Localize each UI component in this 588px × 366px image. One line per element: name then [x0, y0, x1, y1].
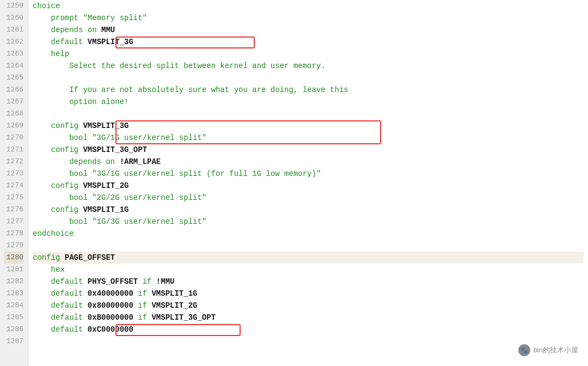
code-segment: VMSPLIT_2G [83, 181, 128, 190]
code-segment: config [33, 253, 65, 262]
line-number: 1269 [4, 120, 23, 132]
code-line: bool "1G/3G user/kernel split" [33, 216, 584, 228]
code-line: config VMSPLIT_2G [33, 180, 584, 192]
code-segment: If you are not absolutely sure what you … [33, 86, 348, 94]
code-line: hex [33, 264, 584, 276]
code-line: choice [33, 0, 584, 12]
line-number: 1273 [4, 168, 23, 180]
line-number: 1283 [4, 288, 23, 300]
code-segment: "1G/3G user/kernel split" [92, 217, 206, 226]
code-line: default 0xC0000000 [33, 324, 584, 335]
watermark: 🐾 bin的技术小屋 [518, 344, 578, 356]
line-number: 1267 [4, 96, 23, 108]
line-number: 1268 [4, 108, 23, 120]
line-number: 1274 [4, 180, 23, 192]
line-number: 1282 [4, 276, 23, 288]
code-segment: Select the desired split between kernel … [33, 62, 326, 70]
code-segment: bool [33, 193, 92, 202]
code-container: 1259126012611262126312641265126612671268… [0, 0, 588, 366]
code-segment: PAGE_OFFSET [65, 253, 115, 262]
code-area[interactable]: choice prompt "Memory split" depends on … [28, 0, 588, 366]
code-segment: hex [33, 265, 65, 274]
code-segment: VMSPLIT_3G [88, 38, 133, 46]
code-segment: endchoice [33, 229, 74, 238]
code-segment: VMSPLIT_2G [151, 301, 197, 310]
line-number: 1270 [4, 132, 23, 144]
code-line [33, 72, 584, 84]
line-number: 1264 [4, 60, 23, 72]
code-line: If you are not absolutely sure what you … [33, 84, 584, 96]
code-line: prompt "Memory split" [33, 12, 584, 24]
line-number: 1287 [4, 335, 23, 347]
code-line: default PHYS_OFFSET if !MMU [33, 276, 584, 288]
line-number: 1281 [4, 264, 23, 276]
code-line: option alone! [33, 96, 584, 108]
code-segment: default [33, 277, 88, 286]
code-segment: default [33, 313, 88, 322]
code-segment: depends on [33, 157, 120, 166]
code-line [33, 108, 584, 120]
code-segment: "2G/2G user/kernel split" [92, 193, 206, 202]
code-segment: default [33, 301, 88, 310]
line-number: 1276 [4, 204, 23, 216]
code-line [33, 335, 584, 347]
code-segment: 0xB0000000 [88, 313, 133, 322]
line-number: 1263 [4, 48, 23, 60]
code-segment: !MMU [156, 277, 175, 286]
code-segment: choice [33, 2, 60, 10]
code-segment: depends on [33, 26, 101, 34]
line-number: 1285 [4, 312, 23, 324]
code-segment: 0xC0000000 [88, 325, 133, 334]
code-segment: VMSPLIT_1G [83, 205, 128, 214]
line-number: 1271 [4, 144, 23, 156]
code-segment: if [133, 289, 152, 298]
code-segment: bool [33, 133, 92, 142]
line-number: 1278 [4, 228, 23, 240]
code-line: config PAGE_OFFSET [33, 252, 584, 264]
code-segment: default [33, 38, 88, 46]
code-segment: VMSPLIT_1G [151, 289, 197, 298]
code-segment: "3G/1G user/kernel split (for full 1G lo… [92, 169, 321, 178]
line-numbers: 1259126012611262126312641265126612671268… [0, 0, 28, 366]
line-number: 1272 [4, 156, 23, 168]
code-segment: bool [33, 217, 92, 226]
code-segment: config [33, 181, 83, 190]
line-number: 1284 [4, 300, 23, 312]
line-number: 1265 [4, 72, 23, 84]
line-number: 1266 [4, 84, 23, 96]
code-segment: 0x40000000 [88, 289, 133, 298]
line-number: 1261 [4, 24, 23, 36]
line-number: 1279 [4, 240, 23, 252]
code-segment: "Memory split" [83, 14, 147, 22]
line-number: 1260 [4, 12, 23, 24]
line-number: 1280 [4, 252, 23, 264]
code-segment: VMSPLIT_3G_OPT [151, 313, 216, 322]
code-line: config VMSPLIT_3G [33, 120, 584, 132]
code-line: default 0x80000000 if VMSPLIT_2G [33, 300, 584, 312]
code-segment: VMSPLIT_3G [83, 121, 128, 130]
code-segment: VMSPLIT_3G_OPT [83, 145, 147, 154]
code-segment: !ARM_LPAE [120, 157, 161, 166]
code-segment: PHYS_OFFSET [88, 277, 138, 286]
code-segment: "3G/1G user/kernel split" [92, 133, 206, 142]
code-segment: option alone! [33, 97, 128, 106]
code-line: config VMSPLIT_1G [33, 204, 584, 216]
code-line: default 0xB0000000 if VMSPLIT_3G_OPT [33, 312, 584, 324]
code-segment: if [138, 277, 156, 286]
code-line: bool "3G/1G user/kernel split" [33, 132, 584, 144]
code-segment: config [33, 121, 83, 130]
code-segment: help [33, 50, 69, 58]
code-line: help [33, 48, 584, 60]
code-line: default 0x40000000 if VMSPLIT_1G [33, 288, 584, 300]
watermark-text: bin的技术小屋 [534, 345, 578, 355]
code-segment: if [133, 313, 152, 322]
line-number: 1275 [4, 192, 23, 204]
code-line: config VMSPLIT_3G_OPT [33, 144, 584, 156]
code-segment: default [33, 289, 88, 298]
code-line: depends on !ARM_LPAE [33, 156, 584, 168]
code-segment: config [33, 205, 83, 214]
code-segment: if [133, 301, 152, 310]
line-number: 1277 [4, 216, 23, 228]
code-line: depends on MMU [33, 24, 584, 36]
code-line: endchoice [33, 228, 584, 240]
